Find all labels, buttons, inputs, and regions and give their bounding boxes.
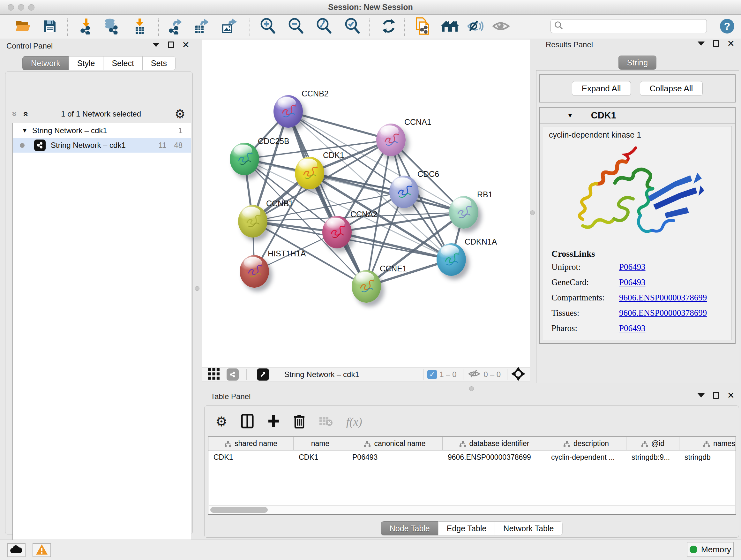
warnings-button[interactable]	[32, 543, 51, 557]
zoom-fit-button[interactable]	[315, 18, 333, 35]
string-style-icon[interactable]	[226, 368, 239, 381]
node-CCNB2[interactable]	[273, 95, 303, 128]
control-panel-menu-icon[interactable]	[152, 43, 159, 47]
node-RB1[interactable]	[449, 196, 478, 229]
column-header-namespace[interactable]: namespace	[679, 437, 736, 450]
network-options-gear-icon[interactable]: ⚙	[175, 108, 185, 120]
table-panel-menu-icon[interactable]	[697, 393, 704, 397]
edge-CDK1-RB1[interactable]	[310, 173, 464, 212]
open-session-button[interactable]	[14, 18, 32, 35]
selected-nodes-checkbox[interactable]: ✓	[427, 370, 437, 379]
column-header--id[interactable]: @id	[626, 437, 679, 450]
cloud-status-button[interactable]	[7, 543, 25, 557]
refresh-view-button[interactable]	[380, 18, 398, 35]
network-row[interactable]: String Network – cdk1 11 48	[13, 138, 191, 152]
crosslink-link[interactable]: 9606.ENSP00000378699	[619, 293, 707, 303]
import-network-database-button[interactable]	[102, 18, 120, 35]
column-header-description[interactable]: description	[546, 437, 626, 450]
gene-collapse-icon[interactable]: ▼	[567, 112, 573, 119]
collapse-all-networks-icon[interactable]: »	[11, 111, 19, 117]
crosslink-link[interactable]: P06493	[619, 323, 646, 333]
control-panel-close-icon[interactable]: ✕	[182, 42, 190, 48]
tab-sets[interactable]: Sets	[142, 56, 176, 70]
string-import-button[interactable]	[414, 18, 432, 35]
node-CDKN1A[interactable]	[436, 243, 466, 276]
table-panel-close-icon[interactable]: ✕	[727, 392, 735, 399]
export-table-button[interactable]	[193, 18, 211, 35]
zoom-out-button[interactable]	[287, 18, 305, 35]
tab-style[interactable]: Style	[69, 56, 104, 70]
network-overview-button[interactable]	[441, 18, 459, 35]
control-panel-float-icon[interactable]	[168, 42, 174, 48]
column-header-name[interactable]: name	[293, 437, 347, 450]
tab-string[interactable]: String	[618, 56, 657, 70]
network-current-indicator	[20, 143, 24, 148]
node-HIST1H1A[interactable]	[240, 255, 269, 288]
left-splitter-handle[interactable]	[195, 286, 199, 291]
memory-button[interactable]: Memory	[687, 542, 734, 557]
help-button[interactable]: ?	[720, 19, 734, 34]
table-horizontal-scrollbar[interactable]	[209, 505, 735, 514]
search-input[interactable]	[567, 20, 706, 32]
open-folder-icon	[15, 18, 31, 35]
protein-thumbnail	[455, 204, 473, 221]
table-panel-float-icon[interactable]	[713, 392, 719, 399]
table-options-gear-icon[interactable]: ⚙	[215, 416, 227, 428]
grid-view-icon[interactable]	[207, 368, 220, 381]
network-view-canvas[interactable]: CCNB2CCNA1CDC25BCDK1CDC6RB1CCNB1CCNA2CDK…	[202, 40, 530, 367]
results-panel-menu-icon[interactable]	[697, 42, 704, 46]
cell-namespace[interactable]: stringdb	[679, 450, 736, 464]
crosslink-link[interactable]: P06493	[619, 262, 646, 272]
show-columns-icon[interactable]	[241, 414, 254, 430]
scrollbar-thumb[interactable]	[210, 507, 268, 513]
results-panel-float-icon[interactable]	[713, 40, 719, 47]
zoom-in-button[interactable]	[259, 18, 277, 35]
network-collection-row[interactable]: ▼ String Network – cdk1 1	[13, 123, 191, 138]
export-image-button[interactable]	[221, 18, 239, 35]
control-panel-tabs: NetworkStyleSelectSets	[22, 56, 176, 70]
cell-database-identifier[interactable]: 9606.ENSP00000378699	[443, 450, 546, 464]
crosshair-icon[interactable]	[511, 367, 525, 382]
delete-column-trash-icon[interactable]	[293, 414, 306, 430]
expand-all-button[interactable]: Expand All	[572, 81, 631, 96]
crosslink-link[interactable]: P06493	[619, 277, 646, 287]
expand-all-networks-icon[interactable]: »	[21, 111, 29, 117]
column-header-canonical-name[interactable]: canonical name	[347, 437, 443, 450]
collection-expand-icon[interactable]: ▼	[22, 127, 28, 134]
node-CCNB1[interactable]	[238, 205, 267, 238]
collapse-all-button[interactable]: Collapse All	[640, 81, 703, 96]
node-CCNA2[interactable]	[322, 216, 352, 248]
node-CDC6[interactable]	[389, 176, 419, 208]
tab-edge-table[interactable]: Edge Table	[438, 521, 495, 536]
show-all-button[interactable]	[492, 18, 510, 35]
tab-node-table[interactable]: Node Table	[381, 521, 439, 536]
table-row[interactable]: CDK1CDK1P064939606.ENSP00000378699cyclin…	[208, 450, 736, 464]
horizontal-splitter-handle[interactable]	[469, 386, 474, 391]
save-session-button[interactable]	[41, 18, 59, 35]
tab-network-table[interactable]: Network Table	[495, 521, 562, 536]
cell-description[interactable]: cyclin-dependent ...	[546, 450, 626, 464]
cell--id[interactable]: stringdb:9...	[626, 450, 679, 464]
node-CCNA1[interactable]	[376, 124, 406, 156]
import-network-file-button[interactable]	[77, 18, 95, 35]
column-header-shared-name[interactable]: shared name	[208, 437, 293, 450]
tab-network[interactable]: Network	[22, 56, 69, 70]
export-network-button[interactable]	[167, 18, 185, 35]
node-CCNE1[interactable]	[352, 270, 381, 303]
node-CDC25B[interactable]	[230, 143, 259, 175]
hide-selected-button[interactable]	[467, 18, 484, 35]
node-CDK1[interactable]	[295, 157, 324, 189]
crosslink-link[interactable]: 9606.ENSP00000378699	[619, 308, 707, 318]
hidden-eye-icon[interactable]	[467, 368, 481, 381]
create-column-icon[interactable]	[267, 414, 280, 430]
cell-shared-name[interactable]: CDK1	[208, 450, 293, 464]
results-panel-close-icon[interactable]: ✕	[727, 41, 735, 47]
cell-name[interactable]: CDK1	[293, 450, 347, 464]
column-header-database-identifier[interactable]: database identifier	[443, 437, 546, 450]
open-in-window-icon[interactable]	[257, 368, 269, 381]
cell-canonical-name[interactable]: P06493	[347, 450, 443, 464]
zoom-selected-button[interactable]	[344, 18, 361, 35]
tab-select[interactable]: Select	[103, 56, 142, 70]
import-table-file-button[interactable]	[131, 18, 149, 35]
function-builder-icon: f(x)	[346, 415, 362, 428]
